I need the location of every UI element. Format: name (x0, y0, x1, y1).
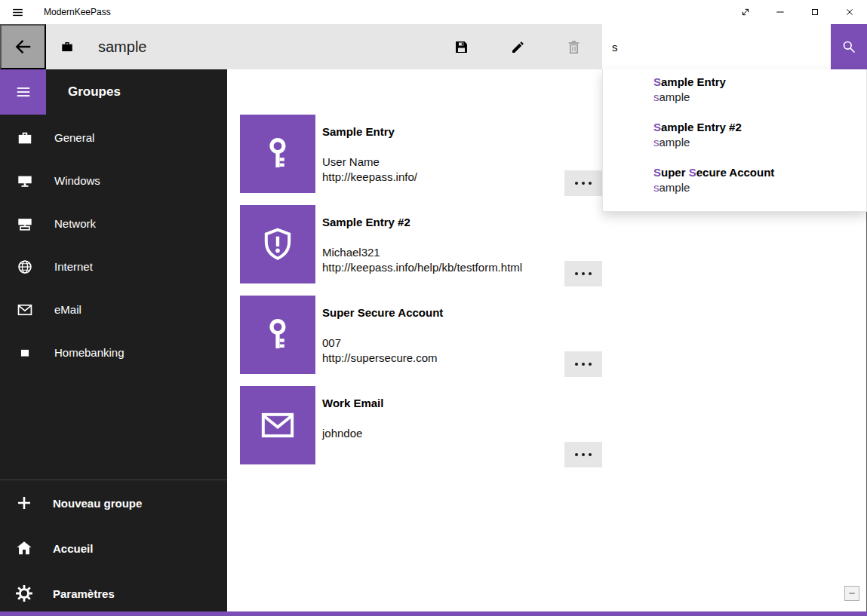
ellipsis-icon (575, 363, 578, 366)
delete-button[interactable] (555, 24, 592, 69)
more-button[interactable] (564, 442, 602, 467)
entry-text: Sample Entry #2 Michael321 http://keepas… (322, 205, 522, 283)
sidebar-bottom: Nouveau groupe Accueil Paramètres (0, 480, 227, 616)
ellipsis-icon (575, 453, 578, 456)
new-group-button[interactable]: Nouveau groupe (0, 480, 227, 526)
sidebar-item-label: eMail (54, 303, 81, 316)
entry-text: Sample Entry User Name http://keepass.in… (322, 115, 417, 193)
suggestion-subtitle: sample (653, 180, 856, 195)
home-button[interactable]: Accueil (0, 526, 227, 571)
entry-url: http://supersecure.com (322, 351, 443, 366)
mail-icon (259, 406, 297, 444)
entry-title: Super Secure Account (322, 305, 443, 320)
hamburger-icon (15, 84, 32, 100)
suggestion-text-part: ample Entry (661, 75, 726, 88)
suggestion-text-part: S (653, 75, 661, 88)
entry-details: johndoe (322, 426, 383, 441)
suggestion-text-part: ample Entry #2 (661, 121, 742, 133)
gear-icon (15, 584, 33, 602)
action-label: Paramètres (53, 587, 115, 600)
key-icon (260, 317, 296, 353)
sidebar-item-general[interactable]: General (0, 116, 227, 159)
settings-button[interactable]: Paramètres (0, 571, 227, 616)
bottom-accent-strip (0, 611, 867, 616)
ellipsis-icon (575, 182, 578, 185)
search-button[interactable] (831, 24, 867, 69)
home-icon (15, 539, 33, 557)
plus-icon (15, 494, 33, 512)
search-input[interactable] (602, 24, 831, 69)
entry-list: Sample Entry User Name http://keepass.in… (240, 115, 602, 477)
maximize-icon (809, 6, 821, 18)
suggestion-text-part: S (689, 166, 696, 179)
maximize-button[interactable] (798, 0, 832, 24)
mail-icon (17, 302, 33, 318)
briefcase-icon (17, 130, 33, 146)
groups-heading: Groupes (68, 84, 121, 100)
entry-details: 007 http://supersecure.com (322, 336, 443, 366)
entry-username: User Name (322, 155, 417, 170)
suggestion-item[interactable]: Sample Entry #2 sample (603, 115, 866, 160)
sidebar-item-label: General (54, 131, 94, 144)
suggestion-item[interactable]: Super Secure Account sample (603, 160, 866, 205)
square-icon (17, 345, 33, 361)
sidebar-item-windows[interactable]: Windows (0, 159, 227, 202)
entry-url: http://keepass.info/ (322, 170, 417, 185)
modernkeepass-window: ModernKeePass sample Sample Entry sample… (0, 0, 867, 616)
suggestion-text-part: ample (659, 90, 690, 103)
edit-pencil-icon (510, 39, 526, 55)
nav-toggle-button[interactable] (0, 69, 46, 115)
back-button[interactable] (0, 24, 46, 69)
entry-details: User Name http://keepass.info/ (322, 155, 417, 185)
database-briefcase-icon (60, 24, 74, 69)
fullscreen-icon (739, 6, 752, 18)
entry-url: http://keepass.info/help/kb/testform.htm… (322, 260, 522, 275)
sidebar-item-homebanking[interactable]: Homebanking (0, 331, 227, 374)
suggestion-title: Sample Entry #2 (653, 120, 856, 135)
entry-username: johndoe (322, 426, 383, 441)
suggestion-title: Super Secure Account (653, 165, 856, 180)
suggestion-text-part: ample (659, 181, 690, 194)
minimize-button[interactable] (763, 0, 798, 24)
entry-text: Work Email johndoe (322, 386, 383, 464)
sidebar-item-label: Internet (54, 260, 93, 273)
fullscreen-button[interactable] (728, 0, 763, 24)
suggestion-text-part: ample (659, 136, 690, 149)
app-title: ModernKeePass (44, 7, 111, 17)
trash-icon (566, 39, 582, 55)
suggestion-text-part: S (653, 121, 661, 133)
suggestion-subtitle: sample (653, 135, 856, 150)
close-button[interactable] (832, 0, 867, 24)
zoom-out-button[interactable] (844, 586, 859, 601)
entry-item[interactable]: Work Email johndoe (240, 386, 602, 464)
sidebar-header: Groupes (0, 69, 227, 115)
sidebar-item-label: Windows (54, 174, 100, 187)
entry-title: Sample Entry (322, 124, 417, 139)
save-button[interactable] (443, 24, 479, 69)
suggestion-text-part: s (653, 90, 659, 103)
globe-icon (17, 259, 33, 275)
sidebar-item-email[interactable]: eMail (0, 288, 227, 331)
more-button[interactable] (564, 261, 602, 287)
key-icon (260, 136, 296, 172)
entry-title: Sample Entry #2 (322, 215, 522, 229)
network-icon (17, 216, 33, 232)
entry-item[interactable]: Sample Entry #2 Michael321 http://keepas… (240, 205, 602, 283)
sidebar: Groupes General Windows Network Internet… (0, 69, 227, 616)
sidebar-item-network[interactable]: Network (0, 202, 227, 245)
close-icon (844, 6, 856, 18)
edit-button[interactable] (500, 24, 536, 69)
hamburger-icon[interactable] (0, 0, 35, 24)
suggestion-text-part: s (653, 136, 659, 149)
search-icon (841, 39, 856, 54)
entry-details: Michael321 http://keepass.info/help/kb/t… (322, 245, 522, 275)
minus-icon (847, 588, 857, 599)
entry-item[interactable]: Super Secure Account 007 http://supersec… (240, 296, 602, 374)
entry-item[interactable]: Sample Entry User Name http://keepass.in… (240, 115, 602, 193)
more-button[interactable] (564, 170, 602, 196)
action-label: Accueil (53, 542, 93, 555)
suggestion-item[interactable]: Sample Entry sample (603, 69, 866, 115)
entry-tile (240, 205, 315, 283)
sidebar-item-internet[interactable]: Internet (0, 245, 227, 288)
more-button[interactable] (564, 351, 602, 377)
